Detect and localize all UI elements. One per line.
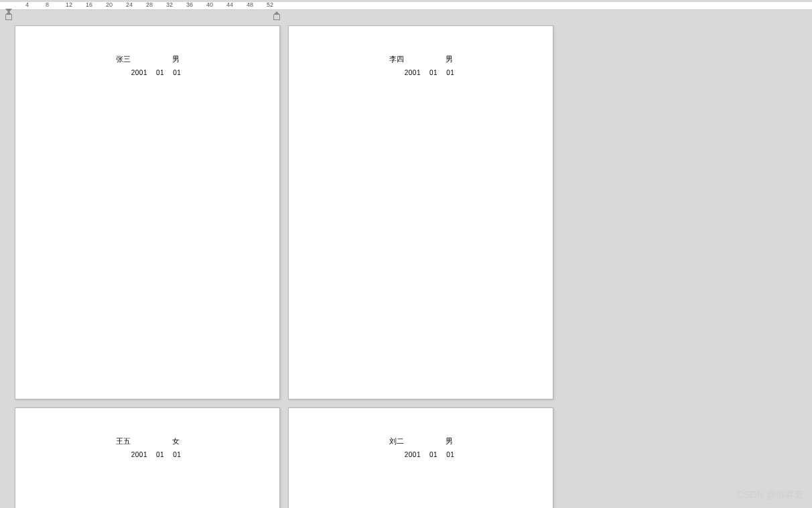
document-workspace[interactable]: 张三男20010101李四男20010101王五女20010101刘二男2001…: [0, 23, 812, 508]
document-page[interactable]: 张三男20010101: [15, 25, 280, 399]
ruler-tick: 24: [126, 2, 133, 8]
person-name: 王五: [116, 436, 131, 446]
page-content: 李四男20010101: [387, 54, 455, 76]
person-gender: 男: [446, 54, 453, 64]
page-content: 王五女20010101: [114, 436, 182, 458]
ruler-tick: 32: [166, 2, 173, 8]
person-gender: 男: [172, 54, 180, 64]
person-day: 01: [446, 451, 454, 458]
document-page[interactable]: 刘二男20010101: [288, 407, 553, 508]
person-name: 张三: [116, 54, 131, 64]
ruler-tick: 8: [46, 2, 49, 8]
person-gender: 女: [172, 436, 180, 446]
ruler-tick: 16: [86, 2, 92, 8]
horizontal-ruler[interactable]: 481216202428323640444852: [0, 2, 812, 10]
ruler-tick: 52: [267, 2, 273, 8]
page-content: 刘二男20010101: [387, 436, 455, 458]
person-year: 2001: [131, 69, 147, 76]
person-year: 2001: [131, 451, 147, 458]
ruler-tick: 36: [186, 2, 193, 8]
ruler-tick: 20: [106, 2, 113, 8]
person-day: 01: [173, 451, 181, 458]
person-day: 01: [173, 69, 181, 76]
person-month: 01: [156, 69, 164, 76]
person-name: 刘二: [389, 436, 404, 446]
person-month: 01: [429, 451, 437, 458]
ruler-tick: 44: [226, 2, 233, 8]
person-day: 01: [446, 69, 454, 76]
ruler-tick: 12: [66, 2, 72, 8]
ruler-tick: 40: [206, 2, 213, 8]
person-name: 李四: [389, 54, 404, 64]
person-month: 01: [156, 451, 164, 458]
ruler-tick: 4: [25, 2, 29, 8]
indent-right-marker[interactable]: [273, 15, 280, 20]
page-content: 张三男20010101: [114, 54, 182, 76]
person-month: 01: [429, 69, 437, 76]
person-year: 2001: [405, 451, 421, 458]
ruler-tick: 48: [247, 2, 253, 8]
indent-left-marker[interactable]: [5, 15, 12, 20]
document-page[interactable]: 李四男20010101: [288, 25, 553, 399]
person-year: 2001: [405, 69, 421, 76]
person-gender: 男: [446, 436, 453, 446]
document-page[interactable]: 王五女20010101: [15, 407, 280, 508]
ruler-tick: 28: [146, 2, 153, 8]
